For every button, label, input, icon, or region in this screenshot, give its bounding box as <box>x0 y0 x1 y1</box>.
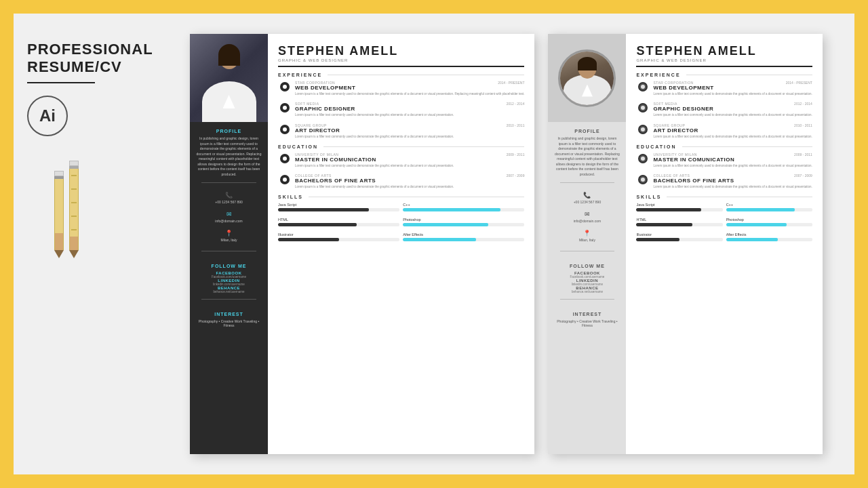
edu-2-role: BACHELORS OF FINE ARTS <box>295 178 524 184</box>
section-line-2 <box>686 75 812 75</box>
skill-item: C++ <box>726 203 812 211</box>
section-line <box>328 75 524 75</box>
skill-item: HTML <box>636 218 722 226</box>
branding-area: PROFESSIONAL RESUME/CV Ai <box>27 34 176 272</box>
skill-bar-fill <box>278 208 369 211</box>
skill-bar-bg <box>636 223 722 226</box>
sidebar-2-divider-3 <box>560 299 615 300</box>
resume-1-header: STEPHEN AMELL GRAPHIC & WEB DESIGNER <box>278 44 524 67</box>
skill-bar-bg <box>278 223 399 226</box>
exp-2-item-3: SQUARE GROUP 2010 - 2011 ART DIRECTOR Lo… <box>636 123 812 139</box>
exp-2-2-content: SOFT MEDIA 2012 - 2014 GRAPHIC DESIGNER … <box>650 102 812 117</box>
sidebar-2-follow-title: FOLLOW ME <box>570 264 605 268</box>
resume-1-title: GRAPHIC & WEB DESIGNER <box>278 58 524 62</box>
edu-2-2-role: BACHELORS OF FINE ARTS <box>653 178 812 184</box>
exp-3-role: ART DIRECTOR <box>295 127 524 134</box>
sidebar-2-profile-text: In publishing and graphic design, lorem … <box>548 136 626 177</box>
edu-2-desc: Lorem ipsum is a filler text commonly us… <box>295 185 524 189</box>
edu-1-role: MASTER IN COMUNICATION <box>295 157 524 163</box>
skill-name: Java Script <box>278 203 399 207</box>
edu-2-content: COLLEGE OF ARTS 2007 - 2009 BACHELORS OF… <box>292 174 524 189</box>
main-container: PROFESSIONAL RESUME/CV Ai <box>14 14 854 474</box>
resume-1-skills-label: SKILLS <box>278 195 303 199</box>
location-icon: 📍 <box>225 230 233 237</box>
exp-item-1: STAR CORPORATION 2014 - PRESENT WEB DEVE… <box>278 81 524 96</box>
sidebar-2-phone: 📞 +00 1234 567 890 <box>574 192 601 204</box>
exp-2-role: GRAPHIC DESIGNER <box>295 106 524 112</box>
exp-1-role: WEB DEVELOPMENT <box>295 85 524 91</box>
skill-bar-fill <box>403 238 476 241</box>
timeline-edu-2 <box>278 174 292 189</box>
sidebar-1-profile-title: PROFILE <box>216 129 241 134</box>
skill-bar-fill <box>278 223 357 226</box>
skill-name: C++ <box>726 203 812 207</box>
dot-2-2 <box>638 103 648 113</box>
resume-2-name: STEPHEN AMELL <box>636 44 812 58</box>
edu-2-date: 2007 - 2009 <box>507 174 525 178</box>
skill-item: Photoshop <box>403 218 524 226</box>
resume-2-edu-header: EDUCATION <box>636 144 812 149</box>
skill-name: Illustrator <box>636 232 722 237</box>
skill-item: Photoshop <box>726 218 812 226</box>
exp-2-item-1: STAR CORPORATION 2014 - PRESENT WEB DEVE… <box>636 81 812 96</box>
phone-icon: 📞 <box>225 192 233 199</box>
resume-2-photo <box>558 49 616 107</box>
sidebar-1-profile-text: In publishing and graphic design, lorem … <box>190 136 268 177</box>
resume-1-edu-label: EDUCATION <box>278 144 318 149</box>
sidebar-2-profile-title: PROFILE <box>574 129 599 134</box>
exp-2-3-content: SQUARE GROUP 2010 - 2011 ART DIRECTOR Lo… <box>650 123 812 139</box>
timeline-edu-1 <box>278 152 292 168</box>
section-line-skills <box>309 197 525 197</box>
exp-2-2-date: 2012 - 2014 <box>794 102 812 106</box>
skill-bar-fill <box>403 208 500 211</box>
skill-name: After Effects <box>726 232 812 237</box>
edu-2-1-company: UNIVERSITY OF MILAN <box>653 152 696 157</box>
resume-2-exp-header: EXPERIENCE <box>636 73 812 77</box>
timeline-2-2 <box>636 102 650 117</box>
skill-bar-bg <box>636 238 722 241</box>
edu-item-2: COLLEGE OF ARTS 2007 - 2009 BACHELORS OF… <box>278 174 524 189</box>
edu-2-2-desc: Lorem ipsum is a filler text commonly us… <box>653 185 812 189</box>
skills-grid-1: Java Script C++ HTML Photoshop <box>278 203 524 244</box>
skill-item: C++ <box>403 203 524 211</box>
resume-card-2: PROFILE In publishing and graphic design… <box>548 34 822 454</box>
resume-2-main: STEPHEN AMELL GRAPHIC & WEB DESIGNER EXP… <box>626 34 822 454</box>
timeline-2-1 <box>636 81 650 96</box>
section-line-skills-2 <box>667 197 812 197</box>
skill-name: Photoshop <box>403 218 524 222</box>
edu-2-1-role: MASTER IN COMUNICATION <box>653 157 812 163</box>
dot-edu-2-1 <box>638 154 648 163</box>
dot-edu-2-2 <box>638 175 648 184</box>
resume-1-skills-header: SKILLS <box>278 195 524 199</box>
resume-2-photo-container <box>548 34 626 122</box>
exp-2-item-2: SOFT MEDIA 2012 - 2014 GRAPHIC DESIGNER … <box>636 102 812 117</box>
exp-1-desc: Lorem ipsum is a filler text commonly us… <box>295 92 524 96</box>
exp-2-content: SOFT MEDIA 2012 - 2014 GRAPHIC DESIGNER … <box>292 102 524 117</box>
skill-bar-bg <box>403 238 524 241</box>
exp-3-date: 2010 - 2011 <box>507 123 525 127</box>
dot-1 <box>280 82 290 92</box>
sidebar-2-behance-val: behance.net/username <box>572 290 603 293</box>
timeline-edu-2-1 <box>636 152 650 168</box>
skill-name: HTML <box>636 218 722 222</box>
timeline-1 <box>278 81 292 96</box>
skill-item: After Effects <box>403 232 524 241</box>
resume-2-skills-header: SKILLS <box>636 195 812 199</box>
edu-1-date: 2009 - 2011 <box>507 152 525 157</box>
timeline-edu-2-2 <box>636 174 650 189</box>
resume-1-sidebar: PROFILE In publishing and graphic design… <box>190 34 268 454</box>
resume-card-1: PROFILE In publishing and graphic design… <box>190 34 534 454</box>
section-line-edu-2 <box>682 146 812 147</box>
skill-bar-fill <box>726 223 787 226</box>
exp-2-2-desc: Lorem ipsum is a filler text commonly us… <box>653 113 812 117</box>
sidebar-1-email-text: info@domain.com <box>215 219 242 223</box>
resume-1-exp-label: EXPERIENCE <box>278 73 322 77</box>
edu-2-1-desc: Lorem ipsum is a filler text commonly us… <box>653 164 812 168</box>
email-icon-2: ✉ <box>585 211 590 218</box>
resume-2-skills-label: SKILLS <box>636 195 661 199</box>
sidebar-2-location-text: Milan, Italy <box>579 238 595 242</box>
exp-item-3: SQUARE GROUP 2010 - 2011 ART DIRECTOR Lo… <box>278 123 524 139</box>
skill-bar-bg <box>726 238 812 241</box>
skill-item: Java Script <box>636 203 722 211</box>
edu-2-1-content: UNIVERSITY OF MILAN 2009 - 2011 MASTER I… <box>650 152 812 168</box>
